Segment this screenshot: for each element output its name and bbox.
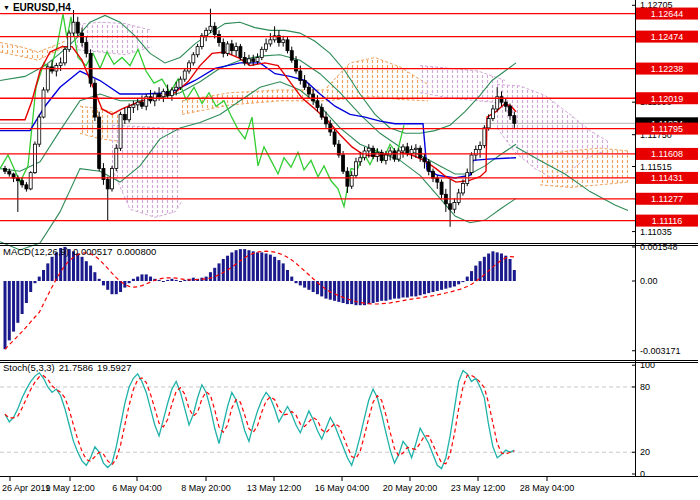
svg-text:1.11608: 1.11608	[651, 149, 683, 159]
svg-text:1.12644: 1.12644	[651, 9, 684, 19]
svg-text:1.12474: 1.12474	[651, 32, 684, 42]
svg-text:0.00: 0.00	[640, 276, 658, 286]
svg-text:100: 100	[640, 360, 655, 370]
svg-text:23 May 12:00: 23 May 12:00	[451, 483, 506, 493]
time-axis[interactable]: 26 Apr 20191 May 12:006 May 04:008 May 2…	[2, 476, 574, 493]
svg-text:1.11277: 1.11277	[651, 194, 683, 204]
svg-text:-0.003171: -0.003171	[640, 346, 681, 356]
svg-text:20 May 20:00: 20 May 20:00	[383, 483, 438, 493]
svg-text:8 May 20:00: 8 May 20:00	[181, 483, 231, 493]
svg-text:1.11431: 1.11431	[651, 173, 683, 183]
stoch-name: Stoch(5,3,3)	[3, 362, 55, 373]
svg-text:0.001548: 0.001548	[640, 242, 678, 252]
svg-text:1.12019: 1.12019	[651, 94, 684, 104]
symbol-dropdown-icon[interactable]: ▼	[3, 3, 10, 13]
macd-indicator-label: MACD(12,26,9)0.0005170.000800	[3, 246, 160, 257]
stoch-signal-value: 19.5927	[97, 362, 131, 373]
symbol-label[interactable]: ▼ EURUSD,H4	[3, 2, 71, 13]
macd-value: 0.000517	[73, 246, 113, 257]
svg-text:28 May 04:00: 28 May 04:00	[520, 483, 575, 493]
svg-text:26 Apr 2019: 26 Apr 2019	[2, 483, 51, 493]
stoch-indicator-label: Stoch(5,3,3)21.758619.5927	[3, 362, 135, 373]
svg-text:20: 20	[640, 447, 650, 457]
symbol-title: EURUSD,H4	[13, 2, 71, 13]
svg-text:1.11795: 1.11795	[651, 124, 683, 134]
svg-text:1.11116: 1.11116	[652, 216, 683, 226]
svg-text:80: 80	[640, 382, 650, 392]
macd-signal-value: 0.000800	[117, 246, 157, 257]
macd-panel[interactable]	[4, 247, 516, 349]
svg-text:6 May 04:00: 6 May 04:00	[112, 483, 162, 493]
svg-text:0: 0	[640, 469, 645, 479]
svg-text:1 May 12:00: 1 May 12:00	[45, 483, 95, 493]
main-chart-panel[interactable]	[0, 9, 635, 250]
svg-text:1.12238: 1.12238	[651, 64, 684, 74]
svg-text:1.11515: 1.11515	[640, 162, 672, 172]
chart-window: 1.127051.119901.117501.115151.110351.118…	[0, 0, 700, 500]
price-axis[interactable]: 1.127051.119901.117501.115151.110351.118…	[632, 0, 698, 479]
svg-text:1.11035: 1.11035	[640, 227, 672, 237]
macd-name: MACD(12,26,9)	[3, 246, 69, 257]
stoch-value: 21.7586	[59, 362, 93, 373]
svg-text:13 May 12:00: 13 May 12:00	[247, 483, 302, 493]
stoch-panel[interactable]	[0, 371, 635, 469]
svg-text:16 May 04:00: 16 May 04:00	[315, 483, 370, 493]
